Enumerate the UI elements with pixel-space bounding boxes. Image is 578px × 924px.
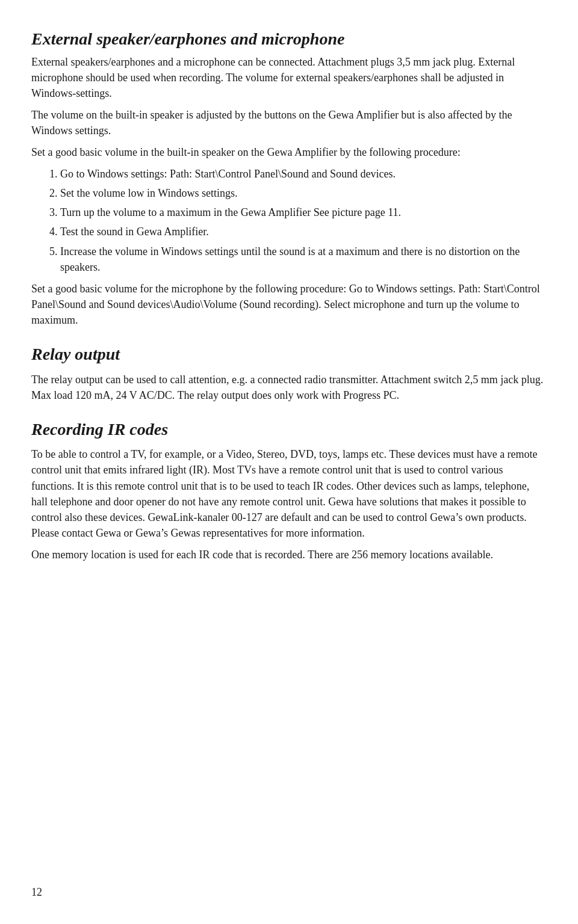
recording-heading: Recording IR codes <box>31 417 547 442</box>
page-content: External speaker/earphones and microphon… <box>31 29 547 871</box>
recording-paragraph-2: One memory location is used for each IR … <box>31 547 547 562</box>
list-item-2: Set the volume low in Windows settings. <box>60 185 547 201</box>
list-item-1: Go to Windows settings: Path: Start\Cont… <box>60 166 547 182</box>
microphone-paragraph: Set a good basic volume for the micropho… <box>31 281 547 328</box>
page-number: 12 <box>31 884 42 900</box>
intro-paragraph-2: The volume on the built-in speaker is ad… <box>31 107 547 138</box>
procedure-list: Go to Windows settings: Path: Start\Cont… <box>60 166 547 275</box>
page-title: External speaker/earphones and microphon… <box>31 29 547 49</box>
relay-heading: Relay output <box>31 342 547 367</box>
list-item-5: Increase the volume in Windows settings … <box>60 244 547 275</box>
list-item-3: Turn up the volume to a maximum in the G… <box>60 205 547 220</box>
intro-paragraph-3: Set a good basic volume in the built-in … <box>31 144 547 160</box>
recording-paragraph-1: To be able to control a TV, for example,… <box>31 446 547 541</box>
intro-paragraph-1: External speakers/earphones and a microp… <box>31 54 547 101</box>
list-item-4: Test the sound in Gewa Amplifier. <box>60 224 547 239</box>
relay-paragraph: The relay output can be used to call att… <box>31 372 547 403</box>
